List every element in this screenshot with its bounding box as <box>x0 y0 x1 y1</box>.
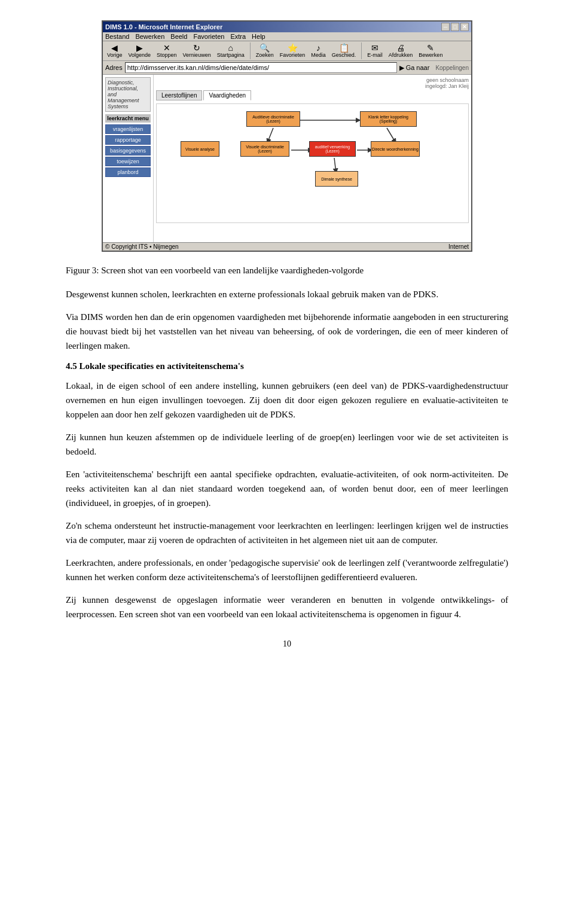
search-button[interactable]: 🔍 Zoeken <box>254 42 276 59</box>
diag-dimale: Dimale synthese <box>315 171 358 187</box>
back-icon: ◀ <box>111 44 118 52</box>
main-content-area: geen schoolnaam ingelogd: Jan Kleij Leer… <box>154 75 471 242</box>
minimize-button[interactable]: ─ <box>441 23 450 31</box>
favorites-button[interactable]: ⭐ Favorieten <box>278 42 307 59</box>
paragraph-3: Lokaal, in de eigen school of een andere… <box>66 379 508 422</box>
tabs-row: Leerstoflijnen Vaardigheden <box>156 90 469 100</box>
toolbar-separator-1 <box>250 42 251 59</box>
sidebar-header: leerkracht menu <box>105 114 151 123</box>
home-button[interactable]: ⌂ Startpagina <box>215 42 246 59</box>
history-icon: 📋 <box>339 44 349 52</box>
figure-caption: Figuur 3: Screen shot van een voorbeeld … <box>66 264 508 277</box>
home-label: Startpagina <box>217 52 245 58</box>
menu-extra[interactable]: Extra <box>230 33 246 40</box>
browser-titlebar: DIMS 1.0 - Microsoft Internet Explorer ─… <box>103 22 471 32</box>
favorites-icon: ⭐ <box>288 44 298 52</box>
forward-label: Volgende <box>129 52 151 58</box>
page-number: 10 <box>66 639 508 649</box>
refresh-icon: ↻ <box>193 44 200 52</box>
sidebar-item-planbord[interactable]: planbord <box>105 167 151 177</box>
go-button[interactable]: ▶ Ga naar <box>399 64 430 72</box>
browser-statusbar: © Copyright ITS • Nijmegen Internet <box>103 242 471 251</box>
paragraph-2: Via DIMS worden hen dan de erin opgenome… <box>66 310 508 353</box>
address-bar-row: Adres http://dimsserver.its.kan.nl/dims/… <box>103 61 471 75</box>
media-button[interactable]: ♪ Media <box>309 42 328 59</box>
refresh-label: Vernieuwen <box>183 52 211 58</box>
logged-in: ingelogd: Jan Kleij <box>425 83 469 89</box>
dims-header: Diagnostic, Instructional, and Managemen… <box>108 80 148 109</box>
go-label: Ga naar <box>406 64 430 71</box>
paragraph-6: Een 'activiteitenschema' beschrijft een … <box>66 467 508 510</box>
browser-title: DIMS 1.0 - Microsoft Internet Explorer <box>105 23 222 31</box>
paragraph-10: Zij kunnen desgewenst de opgeslagen info… <box>66 593 508 621</box>
diag-directe-w: Directe woordherkenning <box>371 141 420 157</box>
forward-icon: ▶ <box>136 44 143 52</box>
back-label: Vorige <box>107 52 123 58</box>
status-copyright: © Copyright ITS • Nijmegen <box>105 243 179 250</box>
media-label: Media <box>311 52 326 58</box>
history-button[interactable]: 📋 Geschied. <box>330 42 358 59</box>
sidebar-item-toewijzen[interactable]: toewijzen <box>105 157 151 166</box>
school-name: geen schoolnaam <box>425 77 469 83</box>
print-icon: 🖨 <box>396 44 405 52</box>
browser-window: DIMS 1.0 - Microsoft Internet Explorer ─… <box>102 20 472 252</box>
go-arrow-icon: ▶ <box>399 64 404 72</box>
search-label: Zoeken <box>256 52 274 58</box>
address-input[interactable]: http://dimsserver.its.kan.nl/dims/diene/… <box>125 62 397 73</box>
edit-label: Bewerken <box>419 52 442 58</box>
status-zone: Internet <box>448 243 469 250</box>
email-button[interactable]: ✉ E-mail <box>365 42 384 59</box>
links-label: Koppelingen <box>435 65 469 71</box>
paragraph-8: Zo'n schema ondersteunt het instructie-m… <box>66 519 508 547</box>
favorites-label: Favorieten <box>280 52 306 58</box>
diagram-svg <box>157 104 468 222</box>
print-button[interactable]: 🖨 Afdrukken <box>387 42 415 59</box>
browser-menubar: Bestand Bewerken Beeld Favorieten Extra … <box>103 32 471 41</box>
diag-klank-letter: Klank letter koppeling (Spelling) <box>360 111 417 127</box>
browser-toolbar: ◀ Vorige ▶ Volgende ✕ Stoppen ↻ Vernieuw… <box>103 41 471 61</box>
diag-auditief: Auditieve discriminatie (Lezen) <box>246 111 300 127</box>
refresh-button[interactable]: ↻ Vernieuwen <box>181 42 213 59</box>
paragraph-1: Desgewenst kunnen scholen, leerkrachten … <box>66 287 508 301</box>
diagram-area: Auditieve discriminatie (Lezen) Klank le… <box>156 103 469 223</box>
address-label: Adres <box>105 64 123 71</box>
sidebar-item-basisgegevens[interactable]: basisgegevens <box>105 146 151 155</box>
stop-button[interactable]: ✕ Stoppen <box>155 42 179 59</box>
paragraph-5: Zij kunnen hun keuzen afstemmen op de in… <box>66 430 508 459</box>
home-icon: ⌂ <box>228 44 233 52</box>
close-button[interactable]: ✕ <box>460 23 469 31</box>
browser-content: Diagnostic, Instructional, and Managemen… <box>103 75 471 242</box>
stop-icon: ✕ <box>163 44 170 52</box>
toolbar-separator-2 <box>361 42 362 59</box>
menu-bewerken[interactable]: Bewerken <box>135 33 164 40</box>
edit-button[interactable]: ✎ Bewerken <box>417 42 444 59</box>
sidebar-item-vragenlijsten[interactable]: vragenlijsten <box>105 124 151 134</box>
document-content: Figuur 3: Screen shot van een voorbeeld … <box>54 264 520 649</box>
history-label: Geschied. <box>332 52 356 58</box>
sidebar-menu: Diagnostic, Instructional, and Managemen… <box>103 75 154 242</box>
diag-auditief-verw: auditief verwerking (Lezen) <box>309 141 356 157</box>
print-label: Afdrukken <box>389 52 413 58</box>
diag-visuele-analyse: Visuele analyse <box>181 141 219 157</box>
paragraph-9: Leerkrachten, andere professionals, en o… <box>66 556 508 584</box>
menu-bestand[interactable]: Bestand <box>105 33 129 40</box>
media-icon: ♪ <box>316 44 320 52</box>
back-button[interactable]: ◀ Vorige <box>105 42 124 59</box>
menu-favorieten[interactable]: Favorieten <box>193 33 224 40</box>
diag-visuele-disc: Visuele discriminatie (Lezen) <box>240 141 289 157</box>
menu-beeld[interactable]: Beeld <box>170 33 187 40</box>
section-heading-4-5: 4.5 Lokale specificaties en activiteiten… <box>66 361 508 371</box>
edit-icon: ✎ <box>427 44 434 52</box>
tab-leerstoflijnen[interactable]: Leerstoflijnen <box>156 90 202 100</box>
menu-help[interactable]: Help <box>252 33 265 40</box>
window-controls: ─ □ ✕ <box>441 23 469 31</box>
stop-label: Stoppen <box>157 52 177 58</box>
sidebar-item-rapportage[interactable]: rapportage <box>105 135 151 145</box>
address-url: http://dimsserver.its.kan.nl/dims/diene/… <box>127 64 269 71</box>
maximize-button[interactable]: □ <box>451 23 459 31</box>
email-icon: ✉ <box>371 44 378 52</box>
email-label: E-mail <box>367 52 383 58</box>
forward-button[interactable]: ▶ Volgende <box>127 42 153 59</box>
search-icon: 🔍 <box>259 44 270 52</box>
tab-vaardigheden[interactable]: Vaardigheden <box>203 90 251 100</box>
